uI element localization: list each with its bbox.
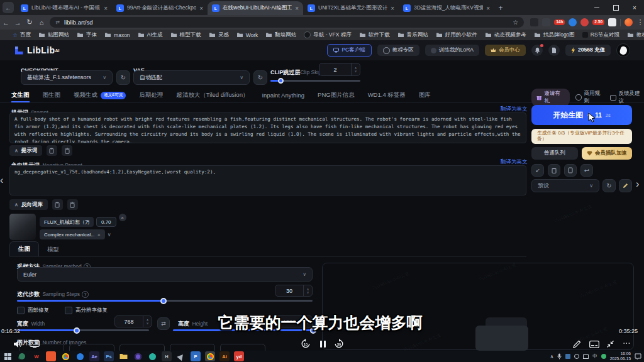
- site-settings-icon[interactable]: ⇄: [55, 19, 60, 25]
- stepper-down-icon[interactable]: ∨: [307, 291, 309, 294]
- bookmark-item[interactable]: 灵感: [209, 31, 229, 39]
- member-center-button[interactable]: 会员中心: [485, 45, 526, 56]
- taskbar-app-bird[interactable]: [176, 351, 186, 361]
- taskbar-app-after-effects[interactable]: Ae: [89, 351, 99, 361]
- tray-app-icon[interactable]: [601, 354, 606, 359]
- vae-select[interactable]: 自动匹配 ∨: [133, 70, 250, 85]
- browser-tab[interactable]: L UNIT2XL基础单元2-图形设计 ×: [303, 1, 399, 15]
- tab-close-icon[interactable]: ×: [486, 5, 490, 12]
- bookmark-item[interactable]: 动态视频参考: [485, 31, 526, 39]
- rewind-10-button[interactable]: 10: [301, 339, 311, 349]
- clip-skip-stepper[interactable]: 2 ∧∨: [319, 63, 360, 76]
- tab-close-icon[interactable]: ×: [295, 5, 299, 12]
- tab-gallery[interactable]: 图库: [419, 88, 431, 102]
- clear-params-button[interactable]: [548, 164, 560, 177]
- liblib-logo-text[interactable]: LibLib: [27, 45, 55, 55]
- negative-collapse-button[interactable]: ∧ 反向词库: [9, 199, 48, 210]
- width-stepper[interactable]: 768 ∧∨: [114, 315, 152, 327]
- preset-edit-button[interactable]: [619, 179, 632, 192]
- subtab-generate[interactable]: 生图: [9, 241, 39, 256]
- generate-button[interactable]: 开始生图 11 2s: [531, 105, 632, 125]
- tray-app-icon[interactable]: [574, 354, 579, 359]
- tab-txt2img[interactable]: 文生图: [11, 88, 30, 102]
- taskbar-app-youdao[interactable]: yd: [234, 351, 244, 361]
- cube-extension-icon[interactable]: [608, 18, 616, 26]
- taskbar-clock[interactable]: 16:06 2025-06-15: [610, 351, 631, 361]
- bookmark-item[interactable]: 音乐网站: [397, 31, 428, 39]
- taskbar-app-chrome[interactable]: [60, 351, 70, 361]
- new-tab-button[interactable]: +: [494, 2, 507, 14]
- subtitle-toggle-button[interactable]: [589, 340, 599, 348]
- docs-button[interactable]: [548, 45, 560, 56]
- stepper-down-icon[interactable]: ∨: [147, 322, 149, 325]
- tab-close-icon[interactable]: ×: [391, 5, 394, 12]
- bookmark-item[interactable]: 导航 - VFX 程序: [304, 31, 351, 39]
- taskbar-app-illustrator[interactable]: Ai: [219, 351, 230, 361]
- bookmark-item[interactable]: 教程资源: [627, 31, 644, 39]
- train-lora-button[interactable]: 训练我的LoRA: [425, 45, 479, 56]
- subtab-model[interactable]: 模型: [39, 243, 67, 256]
- bookmark-item[interactable]: 好用的小软件: [436, 31, 477, 39]
- taskbar-app-p[interactable]: P: [191, 351, 201, 361]
- commercial-rules-link[interactable]: 商用规则: [575, 90, 604, 105]
- bookmark-star-icon[interactable]: ☆: [513, 19, 518, 26]
- bookmark-item[interactable]: maxon: [104, 32, 130, 38]
- hires-fix-checkbox[interactable]: 高分辨率修复: [65, 307, 108, 314]
- globe-extension-icon[interactable]: [569, 18, 577, 26]
- feedback-link[interactable]: 反馈及建议: [610, 90, 644, 105]
- taskbar-app-wps[interactable]: W: [31, 351, 42, 361]
- tab-inpaint-anything[interactable]: Inpaint Anything: [262, 88, 304, 102]
- bookmark-item[interactable]: 模型下载: [170, 31, 201, 39]
- window-close-button[interactable]: ×: [625, 0, 644, 15]
- sampler-select[interactable]: Euler ∨: [17, 267, 313, 282]
- checkbox-icon[interactable]: [65, 307, 72, 314]
- red-extension-icon[interactable]: [580, 18, 589, 26]
- lora-remove-icon[interactable]: ×: [119, 214, 126, 221]
- preset-select[interactable]: 预设 ∨: [531, 179, 599, 192]
- lora-trigger-chip[interactable]: Complex mechanical... ×: [40, 229, 105, 239]
- lora-thumbnail[interactable]: [9, 214, 36, 240]
- tab-img2img[interactable]: 图生图: [43, 88, 61, 102]
- taskbar-app-orange[interactable]: [46, 351, 56, 361]
- pause-button[interactable]: [319, 340, 326, 348]
- home-button[interactable]: ⌂: [36, 19, 48, 26]
- lora-weight-chip[interactable]: 0.70: [96, 217, 116, 227]
- browser-tab[interactable]: L 99Art-全能设计基础-Checkpo ×: [112, 1, 208, 15]
- notifications-button[interactable]: [531, 45, 543, 56]
- extension-icon[interactable]: [530, 18, 538, 26]
- bookmark-item[interactable]: 软件下载: [359, 31, 390, 39]
- annotate-button[interactable]: [572, 339, 582, 349]
- url-text[interactable]: liblib.art/sd: [64, 19, 92, 26]
- slider-knob[interactable]: [74, 327, 80, 334]
- reload-button[interactable]: ↻: [24, 18, 36, 26]
- back-button[interactable]: ←: [0, 19, 12, 26]
- tutorial-button[interactable]: 教程专区: [377, 45, 419, 56]
- bookmark-item[interactable]: ☆百度: [13, 31, 31, 39]
- tab-tiled-diffusion[interactable]: 超清放大（Tiled diffusion）: [176, 88, 248, 102]
- browser-tab-active[interactable]: L 在线webUI-LibLibAI-AI绘图工 ×: [208, 1, 303, 15]
- taskbar-app-potplayer[interactable]: [133, 351, 143, 361]
- prompt-collapse-button[interactable]: ∧ 提示词: [9, 145, 42, 156]
- tab-close-icon[interactable]: ×: [199, 5, 203, 12]
- tab-search-button[interactable]: ←: [3, 2, 14, 13]
- pc-client-button[interactable]: PC客户端: [327, 44, 371, 57]
- slider-knob[interactable]: [160, 298, 167, 304]
- tray-app-icon[interactable]: [565, 354, 570, 359]
- address-bar[interactable]: ⇄ liblib.art/sd ☆: [50, 17, 524, 28]
- window-maximize-button[interactable]: [606, 0, 625, 15]
- recharge-button[interactable]: 20568 充值: [565, 45, 611, 56]
- notification-center-icon[interactable]: [635, 353, 641, 359]
- clipboard-extension-icon[interactable]: [542, 18, 550, 26]
- swap-dimensions-button[interactable]: ⇄: [157, 317, 170, 330]
- tray-expand-icon[interactable]: ∧: [550, 354, 553, 359]
- bookmark-item[interactable]: RS节点对照: [582, 31, 619, 39]
- collapse-left-arrow[interactable]: ‹: [0, 175, 3, 186]
- tab-close-icon[interactable]: ×: [104, 5, 108, 12]
- player-more-button[interactable]: ⋯: [621, 338, 631, 348]
- bookmark-item[interactable]: Work: [236, 32, 258, 38]
- browser-menu-icon[interactable]: ⋮: [636, 18, 644, 26]
- volume-button[interactable]: [13, 339, 23, 349]
- extension-badge-14h[interactable]: 14h: [554, 19, 565, 25]
- forward-30-button[interactable]: 30: [334, 339, 344, 349]
- forward-button[interactable]: →: [12, 19, 24, 26]
